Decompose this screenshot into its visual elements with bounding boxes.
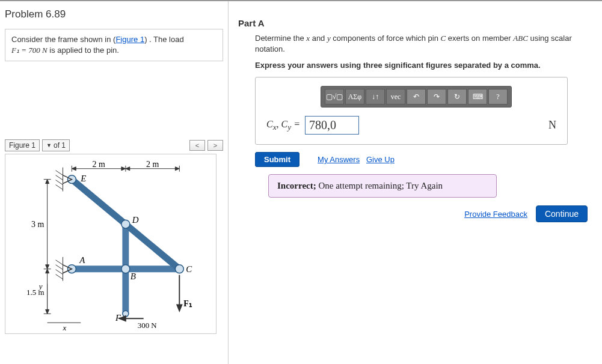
answer-box: ▢√▢ ΑΣφ ↓↑ vec ↶ ↷ ↻ ⌨ ? Cx, Cy = N	[255, 77, 568, 145]
dim-2m-right: 2 m	[146, 160, 159, 169]
pt-B: B	[131, 271, 136, 281]
figure-of-text: of 1	[54, 141, 66, 150]
force-F1: F₁	[183, 300, 192, 309]
svg-line-4	[56, 185, 63, 190]
answer-unit: N	[548, 119, 556, 132]
vec-button[interactable]: vec	[386, 89, 405, 105]
figure-of-select[interactable]: ▼of 1	[42, 139, 70, 151]
svg-line-9	[56, 275, 63, 279]
continue-button[interactable]: Continue	[536, 205, 588, 222]
templates-button[interactable]: ▢√▢	[325, 89, 344, 105]
force-300N: 300 N	[138, 321, 158, 330]
prompt-text-post: ) . The load	[144, 35, 184, 44]
help-button[interactable]: ?	[488, 89, 508, 105]
problem-prompt: Consider the frame shown in (Figure 1) .…	[5, 29, 223, 61]
pt-D: D	[132, 216, 139, 225]
axis-x: x	[62, 324, 66, 333]
dim-2m-left: 2 m	[92, 160, 105, 169]
pt-A: A	[79, 255, 85, 265]
svg-point-15	[121, 220, 130, 229]
give-up-link[interactable]: Give Up	[366, 155, 395, 164]
feedback-main: One attempt remaining; Try Again	[318, 181, 443, 190]
svg-line-1	[56, 171, 63, 175]
svg-marker-28	[175, 167, 179, 171]
prompt-text: Consider the frame shown in (	[11, 35, 115, 44]
answer-input[interactable]	[305, 116, 359, 135]
pt-E: E	[80, 174, 86, 183]
pt-F: F	[115, 314, 121, 323]
part-a-instruct: Express your answers using three signifi…	[255, 61, 592, 70]
subsup-button[interactable]: ↓↑	[366, 89, 385, 105]
figure-link[interactable]: Figure 1	[115, 35, 144, 44]
svg-point-18	[175, 265, 183, 273]
feedback-message: Incorrect; One attempt remaining; Try Ag…	[268, 174, 497, 198]
submit-button[interactable]: Submit	[255, 152, 299, 167]
svg-line-3	[56, 180, 63, 185]
axis-y: y	[38, 282, 43, 291]
svg-line-8	[56, 270, 63, 275]
svg-marker-34	[46, 180, 49, 184]
keyboard-button[interactable]: ⌨	[468, 89, 487, 105]
figure-svg: 2 m 2 m 3 m 1.5 m	[9, 158, 212, 332]
reset-button[interactable]: ↻	[447, 89, 467, 105]
figure-select[interactable]: Figure 1	[5, 139, 40, 151]
provide-feedback-link[interactable]: Provide Feedback	[464, 210, 527, 219]
figure-box: 2 m 2 m 3 m 1.5 m	[5, 154, 217, 334]
undo-button[interactable]: ↶	[407, 89, 426, 105]
figure-prev-button[interactable]: <	[189, 140, 205, 151]
svg-marker-25	[72, 167, 76, 171]
pt-C: C	[186, 264, 192, 274]
part-a-desc: Determine the x and y components of forc…	[255, 33, 592, 55]
my-answers-link[interactable]: My Answers	[318, 155, 360, 164]
feedback-pre: Incorrect;	[277, 181, 318, 190]
svg-marker-36	[46, 269, 49, 273]
load-label: F₁ = 700 N	[11, 46, 48, 55]
dim-3m: 3 m	[31, 220, 44, 229]
answer-label: Cx, Cy =	[266, 119, 300, 132]
equation-toolbar: ▢√▢ ΑΣφ ↓↑ vec ↶ ↷ ↻ ⌨ ?	[321, 86, 512, 108]
svg-line-7	[56, 265, 63, 270]
redo-button[interactable]: ↷	[427, 89, 446, 105]
problem-title: Problem 6.89	[5, 8, 223, 20]
load-tail: is applied to the pin.	[48, 46, 119, 55]
greek-button[interactable]: ΑΣφ	[345, 89, 364, 105]
svg-line-6	[56, 260, 63, 265]
figure-next-button[interactable]: >	[207, 140, 223, 151]
svg-marker-27	[126, 167, 130, 171]
svg-point-17	[121, 265, 130, 273]
svg-marker-41	[177, 305, 182, 311]
figure-nav-bar: Figure 1 ▼of 1 < >	[5, 139, 223, 151]
part-a-title: Part A	[238, 18, 592, 28]
svg-line-2	[56, 175, 63, 180]
